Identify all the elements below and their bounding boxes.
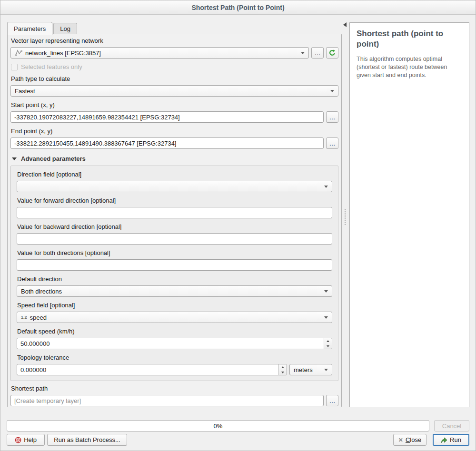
field-start-point: Start point (x, y) … [10, 101, 338, 123]
tab-bar: Parameters Log [7, 22, 77, 34]
network-layer-select[interactable]: network_lines [EPSG:3857] [10, 47, 309, 59]
help-button[interactable]: Help [7, 434, 45, 446]
chevron-down-icon [301, 52, 305, 54]
default-direction-select[interactable]: Both directions [17, 285, 332, 297]
advanced-parameters-toggle[interactable]: Advanced parameters [12, 155, 338, 162]
end-point-label: End point (x, y) [11, 127, 338, 135]
output-browse-button[interactable]: … [326, 395, 338, 406]
chevron-down-icon [330, 90, 334, 92]
direction-field-label: Direction field [optional] [17, 171, 332, 178]
field-end-point: End point (x, y) … [10, 127, 338, 149]
field-path-type: Path type to calculate Fastest [10, 75, 338, 97]
progress-bar: 0% [7, 420, 429, 431]
path-type-select[interactable]: Fastest [10, 85, 338, 97]
forward-value-label: Value for forward direction [optional] [17, 197, 332, 204]
field-speed: Speed field [optional] 1.2 speed [17, 302, 332, 323]
run-arrow-icon [441, 437, 447, 443]
start-point-label: Start point (x, y) [11, 101, 338, 108]
panel-splitter[interactable] [342, 22, 349, 407]
start-point-browse-button[interactable]: … [326, 111, 338, 123]
spin-down-icon[interactable] [324, 343, 332, 349]
network-layer-label: Vector layer representing network [11, 37, 338, 44]
backward-value-input[interactable] [17, 233, 332, 245]
forward-value-input[interactable] [17, 207, 332, 218]
default-direction-value: Both directions [21, 288, 62, 295]
tab-parameters[interactable]: Parameters [7, 22, 52, 35]
default-speed-value: 50.000000 [17, 338, 324, 349]
help-title: Shortest path (point to point) [357, 29, 462, 49]
field-both-value: Value for both directions [optional] [17, 249, 332, 271]
cancel-button: Cancel [434, 420, 469, 431]
network-layer-browse-button[interactable]: … [311, 47, 324, 59]
tolerance-units-select[interactable]: meters [289, 364, 332, 375]
field-default-speed: Default speed (km/h) 50.000000 [17, 328, 332, 349]
advanced-parameters-group: Direction field [optional] Value for for… [10, 166, 338, 381]
chevron-down-icon [324, 369, 328, 371]
help-description: This algorithm computes optimal (shortes… [357, 55, 462, 79]
default-speed-label: Default speed (km/h) [17, 328, 332, 335]
topology-tolerance-label: Topology tolerance [17, 354, 332, 361]
batch-label: Run as Batch Process... [54, 436, 120, 443]
progress-value: 0% [214, 422, 223, 430]
network-layer-value: network_lines [EPSG:3857] [25, 49, 101, 57]
browse-ellipsis-icon: … [329, 398, 336, 404]
tab-log-label: Log [60, 25, 70, 32]
decimal-field-icon: 1.2 [21, 315, 27, 320]
output-path-input[interactable] [10, 395, 324, 406]
spin-down-icon[interactable] [279, 370, 287, 375]
path-type-value: Fastest [15, 88, 35, 95]
iterate-over-layer-button[interactable] [326, 47, 338, 59]
field-forward-value: Value for forward direction [optional] [17, 197, 332, 218]
browse-ellipsis-icon: … [329, 114, 336, 120]
dialog-title: Shortest Path (Point to Point) [191, 4, 284, 11]
shortest-path-dialog: Shortest Path (Point to Point) Parameter… [0, 0, 476, 451]
help-label: Help [24, 436, 37, 443]
both-value-input[interactable] [17, 259, 332, 271]
line-layer-icon [15, 49, 22, 57]
output-label: Shortest path [11, 385, 338, 392]
spin-buttons [324, 338, 332, 349]
default-speed-spinbox[interactable]: 50.000000 [17, 338, 332, 349]
path-type-label: Path type to calculate [11, 75, 338, 82]
browse-ellipsis-icon: … [329, 140, 336, 147]
backward-value-label: Value for backward direction [optional] [17, 223, 332, 230]
help-panel: Shortest path (point to point) This algo… [349, 22, 469, 407]
topology-tolerance-spinbox[interactable]: 0.000000 [17, 364, 287, 375]
selected-features-label: Selected features only [21, 63, 82, 70]
selected-features-checkbox: Selected features only [11, 63, 338, 70]
chevron-down-icon [324, 290, 328, 293]
chevron-down-icon [324, 186, 328, 188]
close-x-icon: ✕ [398, 437, 403, 443]
chevron-down-icon [324, 316, 328, 319]
both-value-label: Value for both directions [optional] [17, 249, 332, 256]
field-output: Shortest path … [10, 385, 338, 406]
end-point-input[interactable] [10, 137, 324, 149]
collapse-left-icon[interactable] [343, 22, 347, 27]
checkbox-unchecked-icon [11, 64, 18, 70]
speed-field-select[interactable]: 1.2 speed [17, 312, 332, 323]
field-backward-value: Value for backward direction [optional] [17, 223, 332, 245]
advanced-parameters-title: Advanced parameters [21, 155, 86, 162]
spin-up-icon[interactable] [279, 364, 287, 370]
default-direction-label: Default direction [17, 275, 332, 283]
collapse-triangle-icon [12, 157, 17, 160]
end-point-browse-button[interactable]: … [326, 137, 338, 149]
start-point-input[interactable] [10, 111, 324, 123]
run-button[interactable]: Run [433, 434, 469, 446]
run-as-batch-button[interactable]: Run as Batch Process... [47, 434, 127, 446]
close-button[interactable]: ✕ Close [393, 434, 426, 446]
tab-log[interactable]: Log [53, 23, 77, 34]
topology-tolerance-value: 0.000000 [17, 364, 278, 375]
splitter-grip-icon[interactable] [345, 209, 346, 225]
field-topology-tolerance: Topology tolerance 0.000000 meters [17, 354, 332, 375]
close-label: Close [406, 436, 421, 443]
title-bar[interactable]: Shortest Path (Point to Point) [0, 0, 476, 15]
cancel-label: Cancel [442, 422, 461, 430]
help-icon [15, 437, 21, 443]
direction-field-select[interactable] [17, 181, 332, 192]
field-default-direction: Default direction Both directions [17, 275, 332, 297]
run-label: Run [450, 436, 461, 443]
field-direction: Direction field [optional] [17, 171, 332, 192]
spin-up-icon[interactable] [324, 338, 332, 343]
tab-parameters-label: Parameters [14, 25, 46, 32]
